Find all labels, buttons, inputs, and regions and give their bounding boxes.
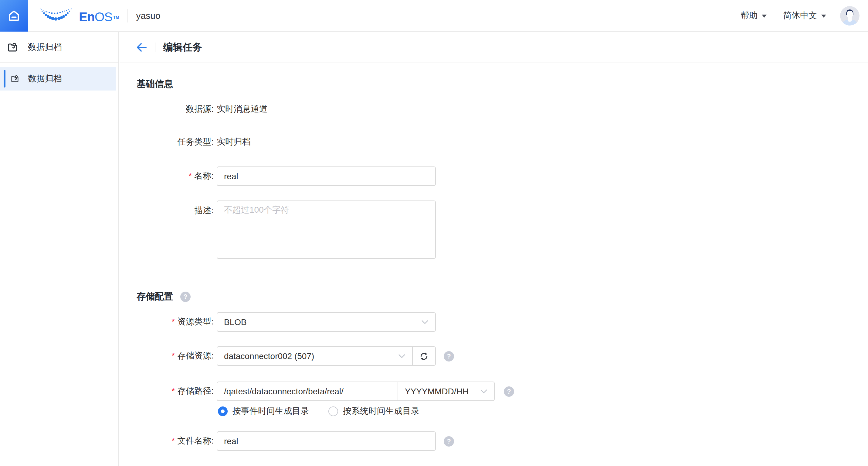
resource-type-select[interactable]: BLOB	[217, 312, 436, 332]
page-title: 编辑任务	[163, 41, 202, 54]
required-mark: *	[188, 171, 192, 180]
storage-resource-label: 存储资源:	[177, 351, 214, 360]
resource-type-value: BLOB	[224, 317, 247, 327]
sidebar: 数据归档 数据归档	[0, 32, 119, 466]
enos-logo-dots-icon	[38, 7, 73, 24]
name-label: 名称:	[194, 171, 214, 180]
chevron-down-icon	[421, 320, 429, 324]
sidebar-module-title: 数据归档	[28, 41, 62, 53]
brand-text-en: En	[79, 10, 95, 23]
directory-time-radio-row: 按事件时间生成目录 按系统时间生成目录	[120, 406, 868, 417]
section-storage-title: 存储配置	[136, 291, 173, 302]
storage-section-help-icon[interactable]: ?	[180, 292, 191, 302]
user-avatar[interactable]	[840, 6, 860, 25]
form-row: *存储资源: dataconnector002 (507)	[120, 346, 868, 366]
chevron-down-icon	[480, 389, 488, 394]
form-row: *名称:	[120, 167, 868, 186]
form-row: *资源类型: BLOB	[120, 312, 868, 332]
back-button[interactable]	[136, 42, 147, 52]
brand-text-os: OS	[95, 10, 113, 23]
section-basic-title: 基础信息	[136, 78, 173, 90]
refresh-resource-button[interactable]	[413, 346, 436, 366]
help-menu[interactable]: 帮助	[741, 10, 767, 21]
enos-logo: EnOSTM	[38, 7, 119, 24]
storage-path-input[interactable]	[217, 382, 398, 401]
storage-resource-value: dataconnector002 (507)	[224, 351, 314, 361]
active-indicator	[4, 70, 5, 87]
storage-path-label: 存储路径:	[177, 386, 214, 396]
language-menu[interactable]: 简体中文	[783, 10, 826, 21]
sidebar-item-label: 数据归档	[28, 73, 62, 84]
avatar-icon	[840, 6, 860, 25]
description-label: 描述:	[120, 201, 214, 220]
filename-help-icon[interactable]: ?	[444, 436, 454, 446]
refresh-icon	[419, 351, 429, 361]
main-panel: 编辑任务 基础信息 数据源: 实时消息通道 任务类型: 实时归档 *名称:	[120, 32, 868, 466]
resource-type-label: 资源类型:	[177, 317, 214, 326]
section-storage-config: 存储配置 ?	[136, 290, 868, 303]
caret-down-icon	[762, 14, 767, 18]
chevron-down-icon	[398, 354, 405, 358]
brand-trademark: TM	[113, 11, 119, 24]
sidebar-module-header: 数据归档	[0, 32, 118, 63]
archive-icon	[7, 41, 18, 53]
help-menu-label: 帮助	[741, 10, 757, 21]
form-row: 数据源: 实时消息通道	[120, 104, 868, 115]
datasource-label: 数据源:	[120, 104, 214, 115]
form-row: *文件名称: ?	[120, 431, 868, 451]
radio-system-time-label: 按系统时间生成目录	[343, 406, 420, 417]
description-textarea[interactable]	[217, 201, 436, 259]
radio-event-time-label: 按事件时间生成目录	[232, 406, 309, 417]
form-row: *存储路径: YYYYMMDD/HH ?	[120, 382, 868, 401]
home-icon	[7, 9, 21, 22]
filename-input[interactable]	[217, 431, 436, 451]
datasource-value: 实时消息通道	[217, 104, 268, 115]
enos-wordmark: EnOSTM	[79, 10, 119, 24]
caret-down-icon	[821, 14, 826, 18]
required-mark: *	[172, 351, 175, 360]
radio-checked-icon	[218, 406, 228, 416]
sidebar-item-data-archive[interactable]: 数据归档	[0, 67, 116, 90]
required-mark: *	[172, 386, 175, 396]
app-name: yasuo	[136, 10, 160, 21]
section-basic-info: 基础信息	[136, 78, 868, 90]
tasktype-value: 实时归档	[217, 137, 251, 148]
path-time-format-select[interactable]: YYYYMMDD/HH	[398, 382, 495, 401]
radio-event-time[interactable]: 按事件时间生成目录	[218, 406, 309, 417]
title-divider	[155, 42, 155, 52]
arrow-left-icon	[136, 42, 147, 52]
path-time-format-value: YYYYMMDD/HH	[405, 386, 469, 396]
filename-label: 文件名称:	[177, 436, 214, 445]
form-row: 任务类型: 实时归档	[120, 137, 868, 148]
required-mark: *	[172, 317, 175, 326]
tasktype-label: 任务类型:	[120, 137, 214, 148]
radio-unchecked-icon	[329, 406, 338, 416]
topbar-divider	[127, 9, 128, 22]
form-row: 描述:	[120, 201, 868, 259]
home-button[interactable]	[0, 0, 28, 31]
storage-resource-select[interactable]: dataconnector002 (507)	[217, 346, 413, 366]
archive-icon	[10, 74, 20, 83]
required-mark: *	[172, 436, 175, 445]
form-content: 基础信息 数据源: 实时消息通道 任务类型: 实时归档 *名称: 描述:	[120, 78, 868, 451]
top-bar: EnOSTM yasuo 帮助 简体中文	[0, 0, 868, 32]
name-input[interactable]	[217, 167, 436, 186]
storage-resource-help-icon[interactable]: ?	[444, 351, 454, 361]
language-menu-label: 简体中文	[783, 10, 817, 21]
app-root: EnOSTM yasuo 帮助 简体中文	[0, 0, 868, 466]
storage-path-help-icon[interactable]: ?	[504, 386, 514, 397]
radio-system-time[interactable]: 按系统时间生成目录	[329, 406, 420, 417]
page-header: 编辑任务	[120, 32, 868, 63]
